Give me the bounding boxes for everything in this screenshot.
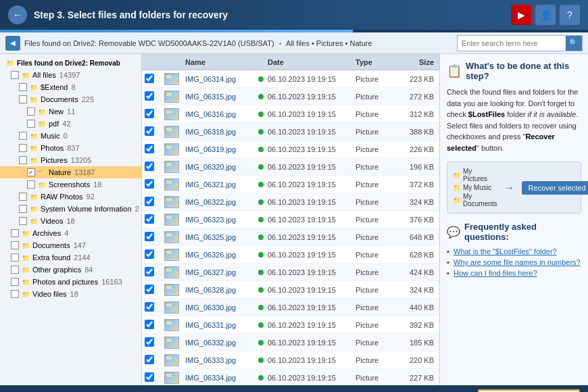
file-checkbox[interactable]: [145, 337, 154, 347]
tree-root[interactable]: 📁 Files found on Drive2: Removab: [0, 57, 141, 69]
search-button[interactable]: 🔍: [566, 36, 582, 51]
file-checkbox[interactable]: [145, 74, 154, 83]
table-row[interactable]: IMG_06326.jpg 06.10.2023 19:19:15 Pictur…: [142, 246, 439, 264]
tree-item[interactable]: 📁 Pictures 13205: [0, 154, 141, 166]
encoding-button[interactable]: AB Change file names encoding: [89, 387, 233, 392]
tree-item[interactable]: 📁 System Volume Information 2: [0, 203, 141, 215]
tree-checkbox[interactable]: ✓: [27, 168, 35, 176]
tree-checkbox[interactable]: [19, 132, 27, 140]
thumbnail-image: [164, 337, 179, 349]
thumbnail-image: [164, 196, 179, 208]
tree-item-count: 13187: [74, 168, 95, 176]
tree-item[interactable]: 📁 Documents 225: [0, 93, 141, 105]
table-row[interactable]: IMG_06318.jpg 06.10.2023 19:19:15 Pictur…: [142, 123, 439, 141]
tree-item[interactable]: 📁 Extra found 2144: [0, 251, 141, 264]
tree-checkbox[interactable]: [19, 95, 27, 103]
select-all-button[interactable]: ✓ Select all: [8, 387, 83, 392]
file-thumbnail: [161, 161, 182, 173]
tree-item[interactable]: 📁 Screenshots 18: [0, 178, 141, 191]
tree-checkbox[interactable]: [27, 120, 35, 128]
tree-item[interactable]: 📁 RAW Photos 92: [0, 191, 141, 203]
youtube-button[interactable]: ▶: [511, 5, 531, 25]
table-row[interactable]: IMG_06327.jpg 06.10.2023 19:19:15 Pictur…: [142, 264, 439, 281]
tree-item[interactable]: 📁 Documents 147: [0, 239, 141, 251]
tree-item[interactable]: 📁 Videos 18: [0, 215, 141, 227]
table-row[interactable]: IMG_06320.jpg 06.10.2023 19:19:15 Pictur…: [142, 158, 439, 176]
tree-item[interactable]: 📁 $Extend 8: [0, 81, 141, 93]
faq-link[interactable]: Why are some file names in numbers?: [447, 258, 581, 266]
table-row[interactable]: IMG_06316.jpg 06.10.2023 19:19:15 Pictur…: [142, 105, 439, 123]
table-row[interactable]: IMG_06332.jpg 06.10.2023 19:19:15 Pictur…: [142, 334, 439, 351]
tree-item[interactable]: ✓ 📁 Nature 13187: [0, 166, 141, 178]
table-row[interactable]: IMG_06334.jpg 06.10.2023 19:19:15 Pictur…: [142, 369, 439, 385]
tree-item[interactable]: 📁 Music 0: [0, 130, 141, 142]
tree-item-count: 16163: [101, 278, 122, 286]
recover-selected-button[interactable]: Recover selected: [478, 389, 580, 393]
tree-item[interactable]: 📁 Archives 4: [0, 227, 141, 239]
table-row[interactable]: IMG_06325.jpg 06.10.2023 19:19:15 Pictur…: [142, 228, 439, 246]
tree-checkbox[interactable]: [11, 229, 19, 237]
tree-item[interactable]: 📁 New 11: [0, 105, 141, 118]
file-checkbox[interactable]: [145, 302, 154, 312]
table-row[interactable]: IMG_06315.jpg 06.10.2023 19:19:15 Pictur…: [142, 88, 439, 105]
table-row[interactable]: IMG_06322.jpg 06.10.2023 19:19:15 Pictur…: [142, 193, 439, 211]
recover-mini-button[interactable]: Recover selected: [522, 181, 588, 195]
faq-link[interactable]: How can I find files here?: [447, 269, 581, 277]
file-type: Picture: [356, 303, 396, 312]
file-checkbox[interactable]: [145, 249, 154, 259]
tree-item[interactable]: 📁 Video files 18: [0, 288, 141, 300]
file-checkbox[interactable]: [145, 285, 154, 294]
file-checkbox[interactable]: [145, 232, 154, 241]
file-checkbox[interactable]: [145, 179, 154, 189]
faq-link[interactable]: What is the "$LostFiles" folder?: [447, 247, 581, 255]
search-input[interactable]: [458, 39, 566, 47]
table-row[interactable]: IMG_06323.jpg 06.10.2023 19:19:15 Pictur…: [142, 211, 439, 228]
tree-checkbox[interactable]: [27, 107, 35, 116]
file-checkbox[interactable]: [145, 267, 154, 276]
tree-checkbox[interactable]: [19, 205, 27, 213]
back-button[interactable]: ←: [8, 5, 27, 24]
tree-checkbox[interactable]: [19, 144, 27, 152]
table-row[interactable]: IMG_06314.jpg 06.10.2023 19:19:15 Pictur…: [142, 70, 439, 88]
tree-item[interactable]: 📁 pdf 42: [0, 118, 141, 130]
file-checkbox[interactable]: [145, 355, 154, 364]
tree-item[interactable]: 📁 All files 14397: [0, 69, 141, 81]
file-list[interactable]: IMG_06314.jpg 06.10.2023 19:19:15 Pictur…: [142, 70, 439, 385]
tree-item[interactable]: 📁 Other graphics 84: [0, 264, 141, 276]
tree-checkbox[interactable]: [11, 290, 19, 298]
tree-checkbox[interactable]: [11, 278, 19, 286]
tree-checkbox[interactable]: [11, 266, 19, 274]
file-checkbox[interactable]: [145, 214, 154, 224]
tree-checkbox[interactable]: [11, 253, 19, 262]
tree-item[interactable]: 📁 Photos and pictures 16163: [0, 276, 141, 288]
exit-button[interactable]: ✕ Exit Wizard: [239, 387, 322, 392]
help-button[interactable]: ?: [560, 5, 580, 25]
file-checkbox[interactable]: [145, 162, 154, 171]
table-row[interactable]: IMG_06321.jpg 06.10.2023 19:19:15 Pictur…: [142, 176, 439, 193]
table-row[interactable]: IMG_06331.jpg 06.10.2023 19:19:15 Pictur…: [142, 316, 439, 334]
file-checkbox[interactable]: [145, 320, 154, 329]
tree-checkbox[interactable]: [11, 241, 19, 249]
tree-checkbox[interactable]: [19, 217, 27, 225]
tree-checkbox[interactable]: [19, 83, 27, 91]
file-checkbox[interactable]: [145, 197, 154, 206]
file-size: 388 KB: [396, 128, 437, 136]
tree-checkbox[interactable]: [27, 180, 35, 189]
table-row[interactable]: IMG_06330.jpg 06.10.2023 19:19:15 Pictur…: [142, 299, 439, 316]
tree-checkbox[interactable]: [19, 156, 27, 164]
file-name: IMG_06319.jpg: [182, 145, 255, 153]
tree-checkbox[interactable]: [19, 193, 27, 201]
table-row[interactable]: IMG_06319.jpg 06.10.2023 19:19:15 Pictur…: [142, 141, 439, 158]
tree-checkbox[interactable]: [11, 71, 19, 79]
tree-item[interactable]: 📁 Photos 837: [0, 142, 141, 154]
file-checkbox[interactable]: [145, 144, 154, 153]
user-button[interactable]: 👤: [535, 5, 556, 25]
file-checkbox[interactable]: [145, 126, 154, 136]
file-checkbox[interactable]: [145, 91, 154, 101]
file-checkbox[interactable]: [145, 372, 154, 382]
table-row[interactable]: IMG_06333.jpg 06.10.2023 19:19:15 Pictur…: [142, 351, 439, 369]
file-checkbox[interactable]: [145, 109, 154, 118]
tree-item-label: New: [49, 107, 64, 116]
table-row[interactable]: IMG_06328.jpg 06.10.2023 19:19:15 Pictur…: [142, 281, 439, 299]
breadcrumb-nav-button[interactable]: ◀: [5, 36, 20, 51]
